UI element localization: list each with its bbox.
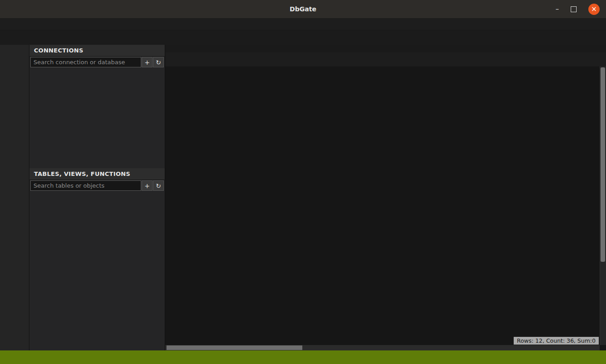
refresh-connections-button[interactable]: ↻: [153, 57, 164, 67]
connections-panel-title: CONNECTIONS: [29, 45, 165, 57]
titlebar: DbGate – ×: [0, 0, 606, 18]
minimize-icon[interactable]: –: [556, 5, 559, 13]
refresh-tables-button[interactable]: ↻: [153, 180, 164, 191]
tab-group-row: [165, 45, 606, 52]
dbgate-app: DbGate – × CONNECTIONS + ↻ TABLES, VIEWS…: [0, 0, 606, 364]
vertical-scrollbar[interactable]: [600, 66, 606, 345]
data-grid: Rows: 12, Count: 36, Sum:0: [165, 66, 606, 350]
toolbar: [0, 30, 606, 45]
maximize-icon[interactable]: [571, 6, 577, 12]
connections-list: [29, 68, 165, 168]
statusbar: [0, 350, 606, 364]
sidebar: CONNECTIONS + ↻ TABLES, VIEWS, FUNCTIONS…: [29, 45, 165, 350]
menubar: [0, 18, 606, 30]
vertical-scrollbar-thumb[interactable]: [601, 67, 605, 262]
main-body: CONNECTIONS + ↻ TABLES, VIEWS, FUNCTIONS…: [0, 45, 606, 350]
icon-rail: [0, 45, 29, 350]
tables-list: [29, 191, 165, 350]
horizontal-scrollbar[interactable]: [165, 345, 600, 350]
tab-row: [165, 52, 606, 66]
connections-search-input[interactable]: [30, 57, 141, 67]
content-area: Rows: 12, Count: 36, Sum:0: [165, 45, 606, 350]
tables-search-row: + ↻: [29, 180, 165, 191]
horizontal-scrollbar-thumb[interactable]: [167, 345, 302, 350]
add-table-small-button[interactable]: +: [142, 180, 153, 191]
connections-search-row: + ↻: [29, 57, 165, 68]
close-icon[interactable]: ×: [588, 4, 600, 15]
window-controls: – ×: [556, 4, 606, 15]
tables-panel-title: TABLES, VIEWS, FUNCTIONS: [29, 168, 165, 180]
tables-search-input[interactable]: [30, 180, 141, 191]
window-title: DbGate: [0, 5, 606, 13]
selection-stats-overlay: Rows: 12, Count: 36, Sum:0: [514, 337, 599, 345]
add-connection-small-button[interactable]: +: [142, 57, 153, 67]
